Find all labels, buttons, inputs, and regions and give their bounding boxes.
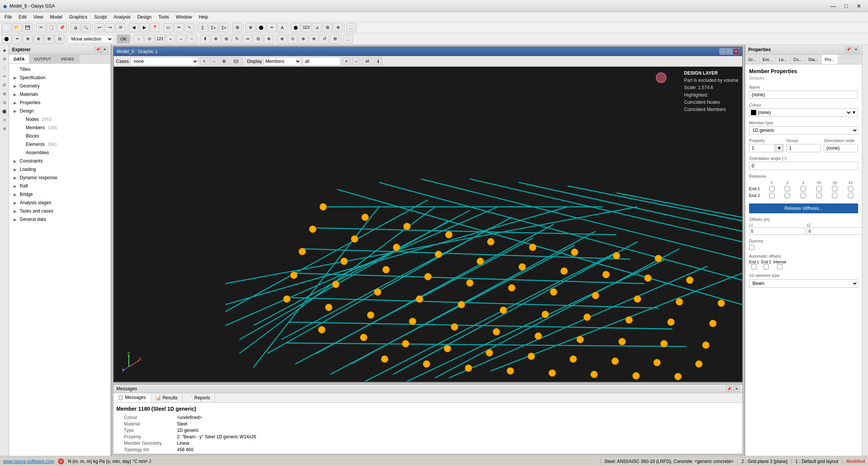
- offset-x2-input[interactable]: [807, 227, 862, 235]
- magnet-icon[interactable]: ⊗: [33, 34, 43, 44]
- graphic-maximize[interactable]: □: [726, 48, 732, 55]
- curve-icon[interactable]: ~: [187, 34, 197, 44]
- minimize-button[interactable]: —: [827, 1, 839, 11]
- cases-add[interactable]: +: [200, 57, 208, 66]
- deselect[interactable]: ⊟: [55, 34, 64, 44]
- sidebar-icon-8[interactable]: ⬤: [1, 107, 8, 115]
- sidebar-icon-9[interactable]: ⊙: [1, 116, 8, 124]
- menu-graphics[interactable]: Graphics: [66, 13, 91, 21]
- tree-item[interactable]: Members1255: [9, 124, 111, 132]
- display-info[interactable]: ℹ: [374, 57, 382, 66]
- scale-button[interactable]: 1E3: [301, 23, 311, 32]
- link-icon[interactable]: ⊞: [330, 34, 340, 44]
- sum3-button[interactable]: Σ×: [219, 23, 229, 32]
- copy-button[interactable]: 📋: [47, 23, 56, 32]
- more-btn[interactable]: …: [346, 23, 356, 32]
- extra-btn[interactable]: …: [343, 34, 353, 44]
- menu-edit[interactable]: Edit: [16, 13, 30, 21]
- colour-select[interactable]: [844, 109, 852, 116]
- align-icon[interactable]: ⊞: [221, 34, 231, 44]
- explode-icon[interactable]: ⊕: [264, 34, 274, 44]
- redo-button[interactable]: ↪: [105, 23, 115, 32]
- cross-icon[interactable]: +: [166, 34, 175, 44]
- cases-settings[interactable]: ⚙: [220, 57, 228, 66]
- display-remove[interactable]: −: [352, 57, 360, 66]
- prop-tab-la[interactable]: La...: [776, 55, 790, 64]
- prop-property-dropdown[interactable]: ▼: [775, 144, 784, 152]
- properties-pin[interactable]: 📌: [845, 47, 851, 53]
- tree-item[interactable]: Elements3541: [9, 140, 111, 149]
- tree-item[interactable]: ▶Tasks and cases: [9, 207, 111, 215]
- undo-button[interactable]: ↩: [94, 23, 104, 32]
- circle-icon[interactable]: ○: [134, 34, 144, 44]
- scale2-icon[interactable]: ⇔: [242, 34, 252, 44]
- prop-tab-pro[interactable]: Pro...: [822, 55, 838, 64]
- tree-item[interactable]: ▶Loading: [9, 165, 111, 174]
- sidebar-icon-5[interactable]: ☰: [1, 81, 8, 89]
- tab-views[interactable]: VIEWS: [56, 55, 79, 63]
- dim-button[interactable]: ⬤: [291, 23, 300, 32]
- explorer-pin-button[interactable]: 📌: [95, 47, 101, 53]
- graphic-close[interactable]: ✕: [733, 48, 739, 55]
- auto-end2-checkbox[interactable]: [763, 264, 769, 269]
- open-button[interactable]: 📂: [12, 23, 22, 32]
- end1-zz-checkbox[interactable]: [848, 186, 853, 191]
- prop-name-input[interactable]: [749, 91, 858, 99]
- display-add[interactable]: +: [342, 57, 350, 66]
- move-icon[interactable]: ⬆: [200, 34, 210, 44]
- select-all[interactable]: ⊞: [44, 34, 54, 44]
- sum2-button[interactable]: Σ+: [208, 23, 218, 32]
- angle-button[interactable]: ⊿: [312, 23, 322, 32]
- auto-end1-checkbox[interactable]: [751, 264, 757, 269]
- cut-button[interactable]: ✂: [36, 23, 46, 32]
- select-button[interactable]: ⊕: [246, 23, 255, 32]
- print-button[interactable]: 🖨: [70, 23, 80, 32]
- end1-yy-checkbox[interactable]: [832, 186, 837, 191]
- tree-item[interactable]: ▶Raft: [9, 182, 111, 190]
- offset-x1-input[interactable]: [749, 227, 805, 235]
- sidebar-icon-7[interactable]: ⊟: [1, 99, 8, 106]
- tree-item[interactable]: ▶General data: [9, 215, 111, 224]
- menu-sculpt[interactable]: Sculpt: [91, 13, 110, 21]
- sidebar-icon-2[interactable]: ⊕: [1, 55, 8, 63]
- end1-x-checkbox[interactable]: [769, 186, 774, 191]
- status-error-icon[interactable]: ✕: [58, 458, 64, 464]
- properties-close[interactable]: ✕: [853, 47, 859, 53]
- cases-modal[interactable]: (()): [230, 57, 242, 66]
- grid-button[interactable]: ⊞: [322, 23, 332, 32]
- explorer-close-button[interactable]: ✕: [102, 47, 108, 53]
- messages-close[interactable]: ✕: [733, 386, 740, 392]
- menu-help[interactable]: Help: [196, 13, 211, 21]
- msg-tab-messages[interactable]: 📋 Messages: [113, 393, 151, 402]
- prop-tab-gr[interactable]: Gr...: [745, 55, 760, 64]
- close-button[interactable]: ✕: [853, 1, 865, 11]
- merge-icon[interactable]: ⊙: [288, 34, 297, 44]
- menu-file[interactable]: File: [2, 13, 15, 21]
- tree-item[interactable]: ▶Properties: [9, 99, 111, 107]
- msg-tab-results[interactable]: 📊 Results: [151, 393, 183, 402]
- beam-button[interactable]: ━: [267, 23, 277, 32]
- auto-internal-checkbox[interactable]: [777, 264, 782, 269]
- display-select[interactable]: Members: [263, 57, 301, 66]
- pointer-button[interactable]: ↖: [185, 23, 194, 32]
- arrow-icon[interactable]: ↔: [176, 34, 186, 44]
- intersect-icon[interactable]: ⊗: [298, 34, 308, 44]
- circle2-icon[interactable]: ⊙: [144, 34, 154, 44]
- end2-xx-checkbox[interactable]: [816, 193, 822, 198]
- menu-tools[interactable]: Tools: [155, 13, 172, 21]
- print-preview[interactable]: 🔍: [81, 23, 91, 32]
- menu-design[interactable]: Design: [135, 13, 155, 21]
- sum-button[interactable]: Σ: [198, 23, 208, 32]
- pin-button[interactable]: 📍: [150, 23, 160, 32]
- pencil-button[interactable]: ✏: [174, 23, 184, 32]
- tree-item[interactable]: Blocks: [9, 132, 111, 140]
- end1-z-checkbox[interactable]: [801, 186, 806, 191]
- tree-item[interactable]: ▶Specification: [9, 73, 111, 82]
- tree-item[interactable]: ▶Design: [9, 107, 111, 115]
- tree-item[interactable]: ▶Bridge: [9, 190, 111, 199]
- prop-property-input[interactable]: [749, 144, 774, 152]
- end2-x-checkbox[interactable]: [769, 193, 774, 198]
- menu-view[interactable]: View: [30, 13, 46, 21]
- tab-data[interactable]: DATA: [9, 55, 30, 63]
- menu-model[interactable]: Model: [47, 13, 66, 21]
